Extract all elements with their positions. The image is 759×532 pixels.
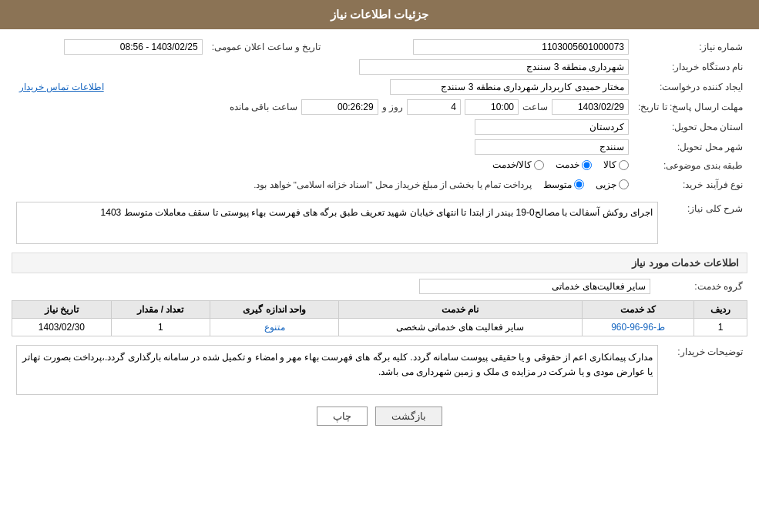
deadline-remaining-label: ساعت باقی مانده	[230, 102, 297, 112]
service-group-input[interactable]	[419, 279, 650, 294]
deadline-label: مهلت ارسال پاسخ: تا تاریخ:	[633, 97, 747, 117]
description-box: اجرای روکش آسفالت با مصالح0-19 بیندر از …	[16, 202, 658, 244]
cell-name: سایر فعالیت های خدماتی شخصی	[338, 318, 582, 336]
print-button[interactable]: چاپ	[317, 407, 368, 426]
page-header: جزئیات اطلاعات نیاز	[0, 0, 759, 29]
button-row: بازگشت چاپ	[12, 397, 747, 435]
col-unit: واحد اندازه گیری	[210, 300, 339, 318]
page-wrapper: جزئیات اطلاعات نیاز شماره نیاز: تاریخ و …	[0, 0, 759, 532]
col-date: تاریخ نیاز	[12, 300, 112, 318]
deadline-time-label: ساعت	[522, 102, 548, 112]
contact-link[interactable]: اطلاعات تماس خریدار	[19, 82, 104, 92]
province-label: استان محل تحویل:	[633, 117, 747, 137]
need-number-cell	[336, 37, 633, 57]
process-note: پرداخت تمام یا بخشی از مبلغ خریداز محل "…	[254, 177, 532, 192]
province-cell	[12, 117, 633, 137]
cell-unit: متنوع	[210, 318, 339, 336]
date-cell	[12, 37, 207, 57]
notes-label: توضیحات خریدار:	[663, 343, 747, 397]
category-kala[interactable]: کالا	[603, 159, 629, 170]
creator-input[interactable]	[390, 79, 629, 95]
contact-link-cell: اطلاعات تماس خریدار	[12, 77, 207, 97]
description-label: شرح کلی نیاز:	[663, 199, 747, 246]
deadline-days-label: روز و	[382, 102, 403, 112]
buyer-org-label: نام دستگاه خریدار:	[633, 57, 747, 77]
deadline-remaining-input[interactable]	[301, 99, 378, 115]
service-group-cell	[12, 276, 655, 296]
page-title: جزئیات اطلاعات نیاز	[331, 8, 428, 21]
service-data-table: ردیف کد خدمت نام خدمت واحد اندازه گیری ت…	[12, 300, 747, 336]
process-motevasset[interactable]: متوسط	[543, 179, 584, 190]
col-row: ردیف	[694, 300, 747, 318]
services-section-title: اطلاعات خدمات مورد نیاز	[12, 253, 747, 273]
main-content: شماره نیاز: تاریخ و ساعت اعلان عمومی: نا…	[0, 29, 759, 443]
category-cell: کالا خدمت کالا/خدمت	[12, 157, 633, 175]
service-group-label: گروه خدمت:	[655, 276, 747, 296]
category-khedmat[interactable]: خدمت	[556, 159, 592, 170]
back-button[interactable]: بازگشت	[375, 407, 442, 426]
deadline-days-input[interactable]	[407, 99, 461, 115]
city-label: شهر محل تحویل:	[633, 137, 747, 157]
category-label: طبقه بندی موضوعی:	[633, 157, 747, 175]
table-row: 1 ط-96-96-960 سایر فعالیت های خدماتی شخص…	[12, 318, 747, 336]
deadline-cell: ساعت روز و ساعت باقی مانده	[12, 97, 633, 117]
province-input[interactable]	[475, 119, 629, 135]
process-jozi[interactable]: جزیی	[596, 179, 629, 190]
col-code: کد خدمت	[582, 300, 694, 318]
notes-cell: مدارک پیمانکاری اعم از حقوقی و یا حقیقی …	[12, 343, 663, 397]
description-cell: اجرای روکش آسفالت با مصالح0-19 بیندر از …	[12, 199, 663, 246]
buyer-org-cell	[12, 57, 633, 77]
notes-table: توضیحات خریدار: مدارک پیمانکاری اعم از ح…	[12, 343, 747, 397]
cell-qty: 1	[111, 318, 210, 336]
need-number-input[interactable]	[413, 39, 629, 55]
deadline-time-input[interactable]	[465, 99, 519, 115]
deadline-date-input[interactable]	[552, 99, 629, 115]
date-input[interactable]	[64, 39, 203, 55]
service-group-table: گروه خدمت:	[12, 276, 747, 296]
process-label: نوع فرآیند خرید:	[633, 175, 747, 195]
buyer-org-input[interactable]	[359, 59, 629, 75]
cell-date: 1403/02/30	[12, 318, 112, 336]
notes-box: مدارک پیمانکاری اعم از حقوقی و یا حقیقی …	[16, 345, 658, 395]
city-input[interactable]	[475, 139, 629, 155]
description-table: شرح کلی نیاز: اجرای روکش آسفالت با مصالح…	[12, 199, 747, 246]
city-cell	[12, 137, 633, 157]
col-name: نام خدمت	[338, 300, 582, 318]
col-qty: تعداد / مقدار	[111, 300, 210, 318]
date-label: تاریخ و ساعت اعلان عمومی:	[207, 37, 337, 57]
creator-label: ایجاد کننده درخواست:	[633, 77, 747, 97]
process-cell: جزیی متوسط پرداخت تمام یا بخشی از مبلغ خ…	[12, 175, 633, 195]
cell-row: 1	[694, 318, 747, 336]
cell-code: ط-96-96-960	[582, 318, 694, 336]
form-table-top: شماره نیاز: تاریخ و ساعت اعلان عمومی: نا…	[12, 37, 747, 195]
need-number-label: شماره نیاز:	[633, 37, 747, 57]
creator-cell	[207, 77, 633, 97]
category-kala-khedmat[interactable]: کالا/خدمت	[492, 159, 544, 170]
